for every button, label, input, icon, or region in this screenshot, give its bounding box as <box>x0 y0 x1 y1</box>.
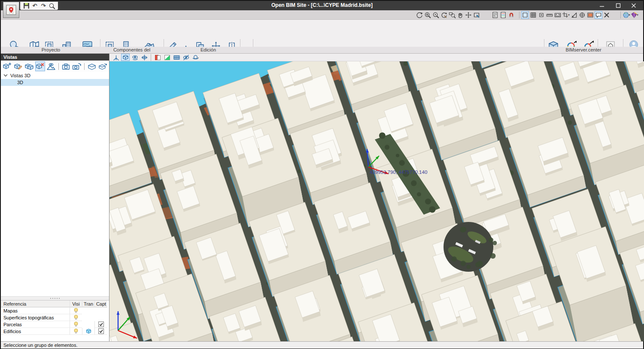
background-icon[interactable] <box>163 54 171 61</box>
help-toolbar-group: ▾ ▾ <box>619 11 638 19</box>
zoom-extents-icon[interactable] <box>424 11 431 19</box>
grid-icon[interactable] <box>529 11 537 19</box>
zoom-window-icon[interactable] <box>448 11 456 19</box>
globe-dropdown-arrow: ▾ <box>629 13 630 17</box>
visibility-bulb-icon[interactable] <box>70 328 82 335</box>
tools-icon[interactable] <box>603 11 611 19</box>
3d-viewport[interactable]: 439953.790, 4475770.140 <box>109 61 644 341</box>
header-capt: Capt <box>94 300 107 307</box>
dimension-style-icon[interactable] <box>554 11 562 19</box>
layer-label: Mapas <box>1 307 70 314</box>
navigation-toolbar-row: ▾ ▾ ▾ <box>1 10 643 20</box>
tree-item-label: 3D <box>17 80 23 85</box>
crop-icon[interactable]: ▾ <box>562 11 570 19</box>
vistas-panel: Vistas Vistas 3D 3D Referencia Visi <box>1 54 109 341</box>
photo-icon[interactable] <box>61 61 71 71</box>
search-icon[interactable] <box>49 3 55 9</box>
capture-icon[interactable] <box>586 11 594 19</box>
tree-group-label: Vistas 3D <box>10 73 30 78</box>
minimize-button[interactable] <box>594 1 610 10</box>
redraw-icon[interactable] <box>440 11 448 19</box>
visibility-bulb-icon[interactable] <box>70 321 82 328</box>
orbit-icon[interactable] <box>416 11 423 19</box>
grid-ruler-icon[interactable] <box>172 54 181 61</box>
axes-icon[interactable] <box>112 54 120 61</box>
visibility-bulb-icon[interactable] <box>70 307 82 314</box>
layer-row-mapas[interactable]: Mapas <box>1 307 109 314</box>
import-toolbar-group <box>491 11 515 19</box>
status-bar: Seleccione un grupo de elementos. <box>1 341 643 349</box>
capture-checkbox[interactable] <box>94 321 107 328</box>
dxf-layers-icon[interactable] <box>499 11 507 19</box>
ribbon-group-band: Proyecto Componentes del emplazamiento E… <box>1 47 643 54</box>
save-icon[interactable] <box>23 3 30 9</box>
object-snap-magnet-icon[interactable] <box>507 11 515 19</box>
visibility-bulb-icon[interactable] <box>70 314 82 321</box>
selection-box-icon[interactable] <box>521 11 529 19</box>
rotate-3d-icon[interactable] <box>191 54 200 61</box>
pan-hand-icon[interactable] <box>456 11 464 19</box>
app-window: Open BIM Site - [C:\...\CYPE Madrid.bsit… <box>0 0 644 349</box>
group-label-componentes: Componentes del emplazamiento <box>100 47 163 54</box>
edit-view-icon[interactable] <box>13 61 24 71</box>
chevron-down-icon <box>3 74 8 77</box>
move-view-icon[interactable] <box>465 11 472 19</box>
panel-splitter[interactable] <box>1 296 109 300</box>
polar-reference-icon[interactable] <box>578 11 586 19</box>
layer-row-superficies[interactable]: Superficies topográficas <box>1 314 109 321</box>
group-label-bimserver: BIMserver.center <box>544 47 623 54</box>
snap-point-icon[interactable] <box>538 11 545 19</box>
previous-view-icon[interactable] <box>473 11 480 19</box>
protractor-icon[interactable] <box>570 11 578 19</box>
delete-view-icon[interactable] <box>35 61 46 71</box>
title-bar: Open BIM Site - [C:\...\CYPE Madrid.bsit… <box>1 1 643 10</box>
photo-view-icon[interactable] <box>72 61 82 71</box>
orbit-eye-icon[interactable] <box>131 54 139 61</box>
sections-icon[interactable] <box>153 54 162 61</box>
maximize-button[interactable] <box>611 1 626 10</box>
app-menu-button[interactable] <box>3 2 19 18</box>
redo-icon[interactable]: ↷ <box>40 3 47 9</box>
viewport-toolbar <box>109 54 643 61</box>
zoom-scale-icon[interactable] <box>432 11 440 19</box>
toolbar-divider <box>151 54 151 61</box>
tree-item-3d[interactable]: 3D <box>1 79 109 86</box>
dimension-ruler-icon[interactable] <box>546 11 553 19</box>
new-view-icon[interactable] <box>2 61 12 71</box>
help-book-icon[interactable]: ▾ <box>631 11 638 19</box>
3d-scene: 439953.790, 4475770.140 <box>109 61 644 341</box>
duplicate-view-icon[interactable] <box>24 61 34 71</box>
layer-label: Superficies topográficas <box>1 314 70 321</box>
layer-row-parcelas[interactable]: Parcelas <box>1 321 109 328</box>
app-logo-map-pin-icon <box>5 4 17 16</box>
status-message: Seleccione un grupo de elementos. <box>3 343 77 348</box>
hide-elements-icon[interactable] <box>182 54 190 61</box>
undo-icon[interactable]: ↶ <box>31 3 38 9</box>
toolbar-divider <box>620 12 621 18</box>
perspective-view-icon[interactable] <box>46 61 56 71</box>
window-title: Open BIM Site - [C:\...\CYPE Madrid.bsit… <box>1 1 643 10</box>
header-referencia: Referencia <box>1 300 70 307</box>
header-visi: Visi <box>70 300 82 307</box>
section-box-edit-icon[interactable] <box>98 61 108 71</box>
language-globe-icon[interactable]: ▾ <box>623 11 630 19</box>
turn-view-icon[interactable] <box>140 54 149 61</box>
dxf-templates-icon[interactable] <box>491 11 499 19</box>
group-label-edicion: Edición <box>164 47 252 54</box>
layers-table: Referencia Visi Tran Capt Mapas Superfic… <box>1 300 109 341</box>
section-box-icon[interactable] <box>87 61 97 71</box>
header-tran: Tran <box>82 300 94 307</box>
display-toolbar-group: ▾ <box>518 11 611 19</box>
close-button[interactable] <box>626 1 641 10</box>
quick-access-toolbar: ↶ ↷ <box>20 2 58 10</box>
transparency-cube-icon[interactable] <box>82 328 94 335</box>
layer-row-edificios[interactable]: Edificios <box>1 328 109 335</box>
svg-text:439953.790, 4475770.140: 439953.790, 4475770.140 <box>370 170 427 175</box>
toolbar-divider <box>58 63 59 70</box>
layers-table-header: Referencia Visi Tran Capt <box>1 300 109 307</box>
isometric-box-icon[interactable] <box>121 54 130 61</box>
comments-icon[interactable] <box>595 11 602 19</box>
group-label-proyecto: Proyecto <box>2 47 100 54</box>
capture-checkbox[interactable] <box>94 328 107 335</box>
tree-group-vistas-3d[interactable]: Vistas 3D <box>1 72 109 79</box>
